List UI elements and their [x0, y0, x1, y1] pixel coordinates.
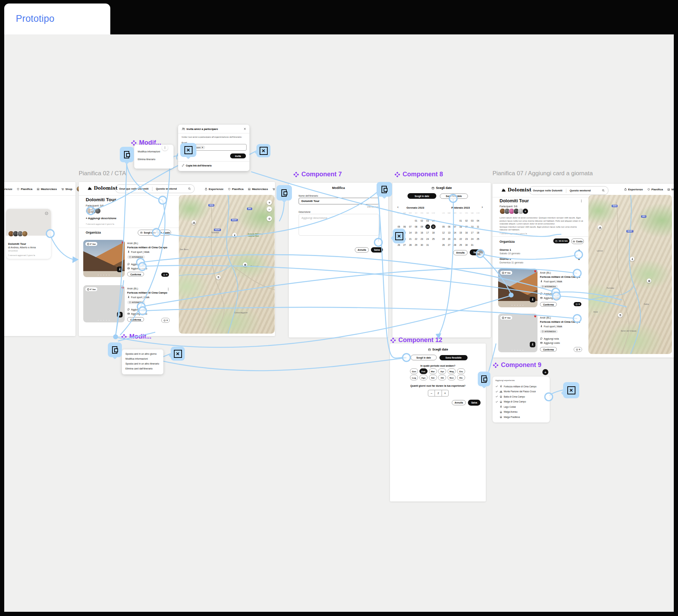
reactions-pill[interactable]: 0: [161, 318, 170, 323]
month-chip-mar[interactable]: Mar: [429, 368, 437, 374]
bike-marker[interactable]: [598, 225, 602, 230]
delete-node[interactable]: ✕: [180, 143, 196, 157]
ar-walk-button[interactable]: [530, 297, 535, 302]
cancel-button[interactable]: Annulla: [453, 250, 468, 255]
calendar-day[interactable]: 21: [452, 236, 458, 242]
delete-node[interactable]: ✕: [393, 229, 405, 243]
menu-item[interactable]: Elimina itinerario: [134, 155, 174, 163]
experience-list-item[interactable]: Malga Pradileva: [495, 415, 520, 418]
itinerary-menu-icon[interactable]: [580, 199, 583, 203]
participants-avatars[interactable]: [86, 208, 101, 214]
nav-pianifica[interactable]: Pianifica: [17, 188, 32, 191]
map-view[interactable]: SS50 SP2 SS347 SS347 Tonadico Transacqua…: [179, 195, 275, 334]
add-cost-row[interactable]: Aggiungi costo: [127, 267, 170, 270]
calendar-day[interactable]: 16: [419, 230, 425, 236]
nav-shop[interactable]: Shop: [61, 188, 72, 191]
calendar-day[interactable]: 17: [425, 230, 430, 236]
add-note-row[interactable]: Aggiungi nota: [127, 308, 170, 311]
calendar-day[interactable]: 16: [464, 230, 469, 236]
calendar-day[interactable]: 17: [469, 230, 475, 236]
menu-item[interactable]: Sposta card in un altro itinerario: [122, 361, 163, 366]
hike-marker[interactable]: [232, 233, 237, 237]
experience-card[interactable]: 4'' live • • • • • Arsiè (BL) Fortezza m…: [82, 284, 170, 323]
add-participant-button[interactable]: +: [522, 208, 528, 214]
month-chip-nov[interactable]: Nov: [448, 375, 456, 380]
calendar-day[interactable]: 15: [413, 230, 419, 236]
month-chip-set[interactable]: Set: [429, 375, 437, 380]
stepper-minus[interactable]: −: [428, 390, 435, 396]
calendar-day[interactable]: 04: [475, 217, 481, 223]
chip-remove-icon[interactable]: ✕: [202, 146, 203, 149]
calendar-day[interactable]: 02: [419, 217, 425, 223]
calendar-day[interactable]: 08: [458, 224, 463, 230]
flexible-toggle[interactable]: Sono flessibile: [439, 355, 468, 360]
calendar-day[interactable]: 10: [425, 224, 430, 230]
participants-avatars[interactable]: +: [500, 208, 528, 214]
add-card-day1-button[interactable]: +: [578, 248, 580, 252]
confirm-button[interactable]: Conferma: [127, 317, 144, 322]
menu-item[interactable]: Modifica informazioni: [122, 356, 163, 361]
search-bar[interactable]: Ovunque nelle Dolomiti Questo weekend: [115, 184, 195, 193]
confirm-button[interactable]: Conferma: [127, 272, 144, 276]
food-marker[interactable]: [618, 313, 622, 317]
experience-list-item[interactable]: Lago Coldai: [495, 405, 516, 408]
frame-title-component8[interactable]: Component 8: [395, 171, 443, 178]
nav-esperienze[interactable]: Esperienze: [4, 188, 12, 191]
reactions-pill[interactable]: 0: [574, 347, 582, 352]
month-chip-gen[interactable]: Gen: [410, 368, 418, 374]
search-date[interactable]: Questo weekend: [566, 189, 594, 192]
brand-logo[interactable]: Dolomist: [87, 185, 118, 191]
date-range-pill[interactable]: 10-11 feb: [553, 238, 569, 243]
calendar-day[interactable]: 08: [413, 224, 419, 230]
calendar-day[interactable]: 14: [452, 230, 458, 236]
map-view[interactable]: SS50 SP2 SS347 Lamon Fonzaso Arsiè Feltr…: [588, 195, 672, 354]
calendar-day[interactable]: 02: [464, 217, 469, 223]
calendar-day[interactable]: 12: [441, 230, 446, 236]
calendar-day[interactable]: 10: [469, 224, 475, 230]
calendar-day[interactable]: 27: [446, 242, 452, 248]
calendar-day[interactable]: 29: [413, 242, 419, 248]
calendar-day[interactable]: 21: [408, 236, 413, 242]
frame-title-component9[interactable]: Component 9: [493, 361, 541, 369]
month-chip-ott[interactable]: Ott: [438, 375, 446, 380]
museum-marker[interactable]: [243, 262, 247, 267]
add-cost-row[interactable]: Aggiungi costo: [127, 312, 170, 315]
calendar-day[interactable]: 20: [446, 236, 452, 242]
cancel-button[interactable]: Annulla: [355, 247, 369, 253]
calendar-day[interactable]: 22: [458, 236, 463, 242]
experience-list-item[interactable]: Baita di Cima Campo: [495, 395, 525, 398]
frame-title-component7[interactable]: Component 7: [293, 171, 342, 178]
calendar-day[interactable]: 06: [446, 224, 452, 230]
calendar-day[interactable]: 19: [441, 236, 446, 242]
month-chip-feb[interactable]: Feb: [419, 368, 428, 374]
add-note-row[interactable]: Aggiungi nota: [540, 337, 584, 340]
nav-masterclass[interactable]: Masterclass: [37, 188, 57, 191]
flexible-toggle[interactable]: Sono flessibile: [440, 194, 468, 199]
zoom-in-button[interactable]: [267, 200, 272, 205]
calendar-day[interactable]: 09: [464, 224, 469, 230]
cancel-button[interactable]: Annulla: [452, 400, 466, 405]
search-icon[interactable]: [602, 189, 605, 192]
calendar-day[interactable]: 29: [458, 242, 463, 248]
calendar-february[interactable]: LUNMARMERGIOVENSABDOM0102030405060708091…: [441, 211, 481, 248]
frame-title-modif2[interactable]: Modif...: [121, 333, 151, 340]
nav-masterclass[interactable]: Masterclass: [667, 188, 674, 191]
choose-dates-toggle[interactable]: Scegli le date: [408, 193, 436, 199]
calendar-day[interactable]: 23: [464, 236, 469, 242]
choose-date-button[interactable]: Scegli date: [138, 230, 158, 236]
month-chip-apr[interactable]: Apr: [438, 368, 446, 374]
frame-title-pianifica07[interactable]: Pianifica 07 / Aggiungi card a giornata: [493, 170, 593, 177]
search-date[interactable]: Questo weekend: [152, 187, 181, 190]
save-button[interactable]: Salva: [470, 249, 483, 255]
delete-node[interactable]: ✕: [171, 347, 185, 361]
invite-button[interactable]: Invita: [230, 153, 246, 158]
more-options-button[interactable]: [162, 145, 168, 151]
add-description-link[interactable]: + Aggiungi descrizione: [86, 217, 117, 220]
experience-list-item[interactable]: Monte Pavione dal Passo Croce: [495, 390, 536, 393]
menu-item[interactable]: Sposta card in un altro giorno: [122, 351, 163, 356]
experience-card[interactable]: 4'' live • • • • • Arsiè (BL) Fortezza m…: [495, 268, 584, 308]
calendar-day[interactable]: 22: [413, 236, 419, 242]
search-location[interactable]: Ovunque nelle Dolomiti: [116, 187, 152, 190]
nav-masterclass[interactable]: Masterclass: [248, 188, 268, 191]
close-icon[interactable]: [243, 127, 246, 130]
